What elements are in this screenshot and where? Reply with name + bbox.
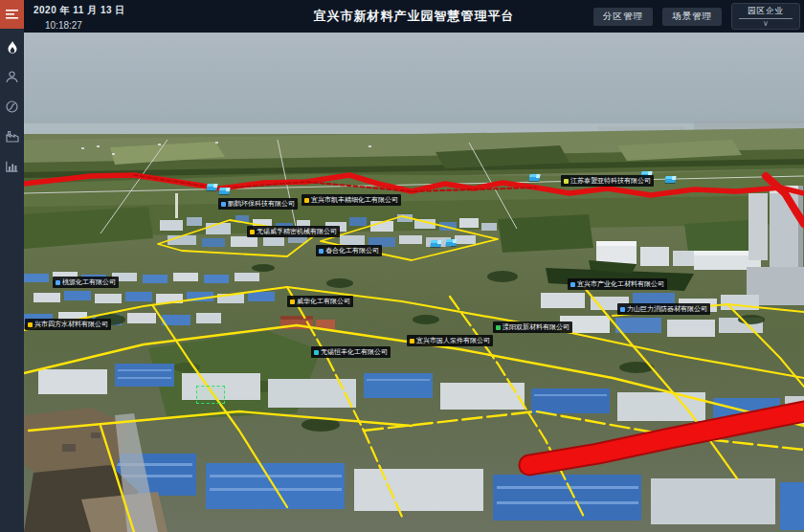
truck-icon[interactable] [431, 240, 442, 247]
company-marker-icon [570, 282, 575, 287]
company-marker-icon [496, 325, 501, 330]
company-marker-icon [564, 179, 569, 184]
dropdown-label: 园区企业 [739, 6, 793, 19]
company-map-label[interactable]: 宜兴市产业化工材料有限公司 [568, 278, 667, 290]
company-marker-icon [314, 350, 319, 355]
truck-icon[interactable] [219, 188, 231, 194]
company-label-text: 力山巨力消防器材有限公司 [627, 303, 707, 315]
company-label-text: 宜兴市凯丰精细化工有限公司 [311, 194, 398, 206]
company-label-text: 无锡恒丰化工有限公司 [321, 346, 388, 358]
datetime-block: 2020 年 11 月 13 日 10:18:27 [34, 4, 125, 31]
fire-icon[interactable] [5, 40, 19, 55]
truck-icon[interactable] [529, 174, 541, 181]
current-date: 2020 年 11 月 13 日 [34, 4, 125, 17]
company-label-text: 兴市四方水材料有限公司 [34, 319, 108, 330]
company-map-label[interactable]: 桃源化工有限公司 [53, 277, 119, 288]
company-marker-icon [319, 249, 324, 254]
map-3d-scene[interactable] [24, 33, 804, 532]
sidebar [0, 0, 24, 532]
company-marker-icon [410, 339, 414, 344]
company-map-label[interactable]: 无锡恒丰化工有限公司 [311, 346, 391, 358]
truck-icon[interactable] [665, 176, 677, 183]
company-label-text: 桃源化工有限公司 [62, 277, 116, 288]
company-marker-icon [221, 202, 226, 207]
hamburger-menu-icon[interactable] [0, 0, 24, 29]
zone-management-button[interactable]: 分区管理 [593, 8, 653, 26]
company-map-label[interactable]: 宜兴市凯丰精细化工有限公司 [302, 194, 401, 206]
company-map-label[interactable]: 江苏泰盟亚特科技有限公司 [561, 175, 654, 187]
page-title: 宜兴市新材料产业园智慧管理平台 [314, 8, 515, 25]
current-time: 10:18:27 [45, 20, 125, 31]
company-label-text: 春合化工有限公司 [325, 245, 379, 256]
park-enterprise-dropdown[interactable]: 园区企业 ∨ [731, 3, 800, 30]
company-map-label[interactable]: 威华化工有限公司 [287, 296, 353, 307]
header-bar: 2020 年 11 月 13 日 10:18:27 宜兴市新材料产业园智慧管理平… [24, 0, 804, 33]
truck-icon[interactable] [207, 184, 218, 190]
company-map-label[interactable]: 力山巨力消防器材有限公司 [617, 303, 710, 315]
header-actions: 分区管理 场景管理 园区企业 ∨ [593, 0, 800, 33]
company-label-text: 江苏泰盟亚特科技有限公司 [570, 175, 651, 187]
company-marker-icon [620, 307, 625, 312]
company-label-text: 威华化工有限公司 [297, 296, 350, 307]
company-map-label[interactable]: 春合化工有限公司 [316, 245, 382, 256]
company-map-label[interactable]: 鹏鹞环保科技有限公司 [218, 198, 298, 210]
user-icon[interactable] [5, 70, 19, 84]
company-label-text: 宜兴市国人泵件有限公司 [416, 335, 490, 346]
app-window: 2020 年 11 月 13 日 10:18:27 宜兴市新材料产业园智慧管理平… [0, 0, 804, 532]
truck-icon[interactable] [446, 239, 458, 246]
bar-chart-icon[interactable] [5, 159, 19, 173]
factory-icon[interactable] [5, 129, 19, 144]
map-selection-box[interactable] [196, 386, 225, 404]
wind-icon[interactable] [5, 100, 19, 114]
company-marker-icon [290, 299, 295, 304]
company-marker-icon [56, 280, 60, 285]
company-map-label[interactable]: 宜兴市国人泵件有限公司 [407, 335, 493, 346]
company-marker-icon [304, 198, 309, 203]
company-marker-icon [28, 322, 33, 327]
chevron-down-icon: ∨ [763, 20, 769, 28]
company-label-text: 无锡威孚精密机械有限公司 [257, 226, 337, 237]
company-marker-icon [250, 230, 255, 234]
scene-management-button[interactable]: 场景管理 [662, 8, 722, 26]
company-label-text: 溧阳双新材料有限公司 [502, 321, 570, 333]
company-label-text: 宜兴市产业化工材料有限公司 [577, 278, 664, 290]
company-map-label[interactable]: 兴市四方水材料有限公司 [25, 319, 111, 330]
company-map-label[interactable]: 无锡威孚精密机械有限公司 [247, 226, 340, 237]
company-label-text: 鹏鹞环保科技有限公司 [228, 198, 295, 210]
company-map-label[interactable]: 溧阳双新材料有限公司 [493, 321, 572, 333]
